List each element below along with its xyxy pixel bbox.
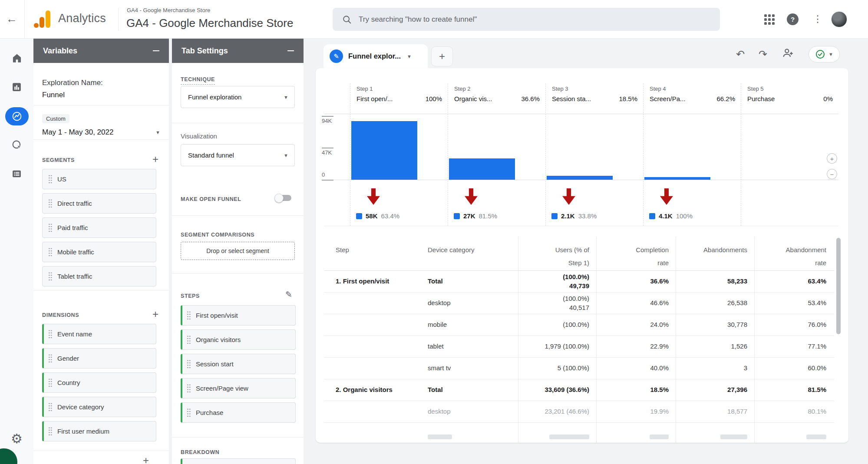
table-cell: 53.4% bbox=[755, 293, 834, 314]
segment-chip[interactable]: Direct traffic bbox=[42, 193, 156, 214]
undo-button[interactable]: ↶ bbox=[736, 48, 745, 60]
technique-select[interactable]: Funnel exploration ▼ bbox=[181, 86, 295, 108]
segment-chip[interactable]: US bbox=[42, 169, 156, 189]
search-bar[interactable] bbox=[333, 8, 720, 31]
table-cell: 63.4% bbox=[755, 271, 834, 292]
column-header: Abandonment rate bbox=[755, 237, 834, 270]
step-chip[interactable]: Purchase bbox=[181, 402, 296, 423]
funnel-bar[interactable] bbox=[351, 121, 417, 180]
step-name-row: First open/...100% bbox=[356, 95, 442, 102]
visualization-select[interactable]: Standard funnel ▼ bbox=[181, 144, 295, 166]
nav-explore[interactable] bbox=[0, 106, 33, 127]
edit-steps-pencil-icon[interactable]: ✎ bbox=[285, 290, 292, 299]
step-name: First open/... bbox=[356, 95, 393, 102]
table-cell: 80.1% bbox=[755, 401, 834, 422]
abandonment-rate: 33.8% bbox=[578, 212, 597, 220]
zoom-in-button[interactable]: + bbox=[827, 153, 837, 164]
dimension-chip[interactable]: Device category bbox=[42, 397, 156, 417]
drag-handle-icon bbox=[48, 199, 52, 208]
analytics-logo-icon[interactable] bbox=[34, 10, 52, 29]
funnel-bar[interactable] bbox=[449, 158, 515, 180]
redo-button[interactable]: ↷ bbox=[759, 48, 767, 60]
drag-handle-icon bbox=[187, 384, 191, 393]
share-users-button[interactable] bbox=[782, 47, 794, 59]
step-chip[interactable]: Screen/Page view bbox=[181, 378, 296, 398]
dimension-chip[interactable]: First user medium bbox=[42, 421, 156, 441]
clipped-row-smudge bbox=[650, 434, 669, 439]
open-funnel-toggle[interactable] bbox=[276, 195, 291, 201]
step-chip-label: Purchase bbox=[196, 409, 223, 416]
abandonment-rate: 63.4% bbox=[381, 212, 400, 220]
segment-drop-zone[interactable]: Drop or select segment bbox=[181, 242, 295, 260]
status-accept-button[interactable]: ▼ bbox=[809, 46, 840, 63]
funnel-exploration-tab[interactable]: ✎ Funnel explor... ▼ bbox=[323, 44, 428, 68]
step-name: Organic vis... bbox=[454, 95, 492, 102]
dimension-chip[interactable]: Country bbox=[42, 372, 156, 393]
add-dimension-button[interactable]: + bbox=[152, 310, 158, 319]
add-tab-button[interactable]: + bbox=[431, 46, 453, 66]
back-arrow-icon[interactable]: ← bbox=[6, 12, 17, 26]
add-segment-button[interactable]: + bbox=[152, 155, 158, 164]
table-cell: tablet bbox=[423, 336, 518, 357]
step-chip[interactable]: Organic visitors bbox=[181, 329, 296, 350]
table-cell: 2. Organic visitors bbox=[324, 379, 423, 401]
help-icon[interactable]: ? bbox=[787, 13, 799, 25]
nav-settings[interactable]: ⚙ bbox=[0, 428, 33, 449]
nav-advertising[interactable] bbox=[0, 135, 33, 155]
table-cell bbox=[755, 423, 834, 443]
exploration-name-value[interactable]: Funnel bbox=[42, 91, 65, 99]
step-number-label: Step 5 bbox=[747, 86, 764, 92]
zoom-out-button[interactable]: − bbox=[827, 169, 837, 179]
step-name: Screen/Pa... bbox=[650, 95, 686, 102]
table-cell: Total bbox=[423, 271, 518, 292]
search-input[interactable] bbox=[359, 15, 697, 24]
add-metric-button[interactable]: + bbox=[143, 456, 149, 464]
table-cell: 58,233 bbox=[676, 271, 755, 292]
table-cell: mobile bbox=[423, 314, 518, 336]
step-number-label: Step 4 bbox=[650, 86, 666, 92]
table-cell: 30,778 bbox=[676, 314, 755, 336]
step-chip[interactable]: First open/visit bbox=[181, 305, 296, 326]
drag-handle-icon bbox=[48, 427, 52, 436]
segment-chip[interactable]: Mobile traffic bbox=[42, 242, 156, 262]
nav-reports[interactable] bbox=[0, 76, 33, 97]
abandonment-count: 58K bbox=[366, 212, 378, 220]
minimize-tab-settings-button[interactable] bbox=[287, 50, 294, 52]
property-name-large[interactable]: GA4 - Google Merchandise Store bbox=[126, 16, 293, 30]
tab-settings-header: Tab Settings bbox=[172, 39, 304, 63]
breakdown-chip[interactable] bbox=[181, 458, 296, 464]
segment-chip-label: US bbox=[57, 175, 66, 183]
dimension-chip-label: First user medium bbox=[57, 428, 109, 435]
segment-chip[interactable]: Paid traffic bbox=[42, 217, 156, 238]
table-cell: 3 bbox=[676, 358, 755, 379]
segment-chip-label: Paid traffic bbox=[57, 224, 88, 231]
table-cell: desktop bbox=[423, 401, 518, 422]
clipped-row-smudge bbox=[806, 434, 826, 439]
table-cell: 1. First open/visit bbox=[324, 271, 423, 292]
step-chip[interactable]: Session start bbox=[181, 354, 296, 374]
nav-library[interactable] bbox=[0, 163, 33, 184]
funnel-bar[interactable] bbox=[644, 177, 710, 180]
step-name: Purchase bbox=[747, 95, 775, 102]
table-cell: 40.0% bbox=[597, 358, 676, 379]
divider bbox=[172, 273, 304, 273]
visualization-card: 94K47K0 Step 1First open/...100%58K63.4%… bbox=[316, 68, 848, 443]
chat-bubble[interactable] bbox=[0, 448, 17, 464]
date-range-selector[interactable]: May 1 - May 30, 2022 ▼ bbox=[42, 128, 160, 137]
table-cell bbox=[423, 423, 518, 443]
table-cell: (100.0%) 49,739 bbox=[518, 271, 597, 292]
nav-home[interactable] bbox=[0, 48, 33, 69]
table-scrollbar-thumb[interactable] bbox=[836, 238, 841, 334]
more-options-icon[interactable]: ⋮ bbox=[813, 13, 822, 25]
segment-chip[interactable]: Tablet traffic bbox=[42, 266, 156, 286]
avatar[interactable] bbox=[831, 11, 847, 27]
apps-grid-icon[interactable] bbox=[764, 14, 775, 25]
table-cell: 22.9% bbox=[597, 336, 676, 357]
steps-list: First open/visitOrganic visitorsSession … bbox=[181, 305, 296, 423]
dimension-chip[interactable]: Gender bbox=[42, 348, 156, 369]
step-completion-pct: 18.5% bbox=[619, 95, 637, 102]
dimension-chip[interactable]: Event name bbox=[42, 324, 156, 344]
funnel-bar[interactable] bbox=[547, 176, 613, 180]
minimize-variables-button[interactable] bbox=[153, 50, 159, 52]
segment-chip-label: Mobile traffic bbox=[57, 248, 94, 256]
